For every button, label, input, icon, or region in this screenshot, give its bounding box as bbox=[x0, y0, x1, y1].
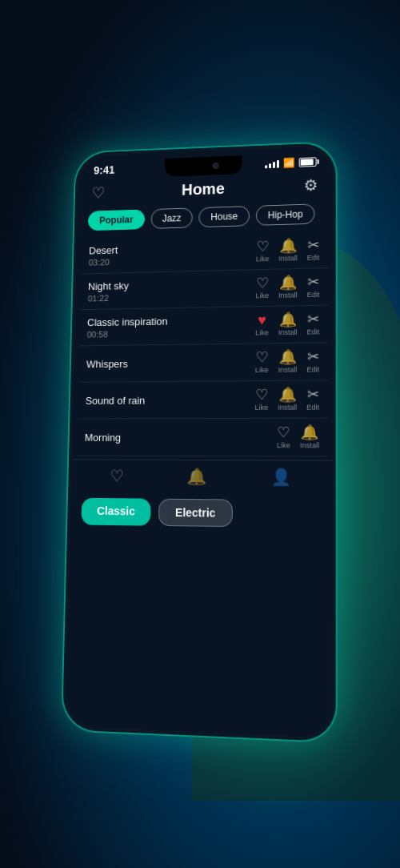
edit-button[interactable]: ✂ Edit bbox=[306, 387, 319, 411]
track-name: Sound of rain bbox=[86, 393, 255, 406]
like-button[interactable]: ♡ Like bbox=[256, 239, 270, 263]
track-duration: 00:58 bbox=[87, 327, 256, 339]
settings-icon[interactable]: ⚙ bbox=[304, 175, 318, 195]
genre-house[interactable]: House bbox=[199, 206, 250, 227]
track-actions: ♡ Like 🔔 Install bbox=[277, 425, 319, 449]
genre-popular[interactable]: Popular bbox=[88, 209, 145, 231]
track-info: Whispers bbox=[86, 356, 255, 370]
status-icons: 📶 bbox=[265, 156, 317, 169]
track-info: Classic inspiration 00:58 bbox=[87, 314, 256, 340]
scissors-icon: ✂ bbox=[307, 387, 319, 401]
scissors-icon: ✂ bbox=[307, 275, 319, 289]
install-button[interactable]: 🔔 Install bbox=[278, 388, 297, 412]
install-button[interactable]: 🔔 Install bbox=[300, 425, 319, 449]
nav-person-icon: 👤 bbox=[271, 467, 292, 487]
track-list: Desert 03:20 ♡ Like 🔔 Install ✂ Edit bbox=[72, 231, 333, 457]
track-name: Classic inspiration bbox=[87, 314, 256, 328]
header-heart-icon[interactable]: ♡ bbox=[91, 183, 105, 202]
like-button[interactable]: ♡ Like bbox=[277, 425, 290, 449]
phone-screen: 9:41 📶 ♡ Home ⚙ Popul bbox=[66, 146, 333, 738]
tab-electric[interactable]: Electric bbox=[158, 499, 233, 527]
track-info: Morning bbox=[85, 431, 277, 443]
install-button[interactable]: 🔔 Install bbox=[278, 312, 298, 336]
track-info: Desert 03:20 bbox=[89, 240, 256, 267]
nav-like[interactable]: ♡ bbox=[110, 466, 124, 485]
phone-frame: 9:41 📶 ♡ Home ⚙ Popul bbox=[61, 141, 338, 744]
like-button[interactable]: ♥ Like bbox=[255, 313, 269, 337]
bell-icon: 🔔 bbox=[278, 388, 296, 402]
bottom-nav: ♡ 🔔 👤 bbox=[71, 459, 333, 493]
track-item: Morning ♡ Like 🔔 Install bbox=[77, 419, 328, 457]
track-info: Night sky 01:22 bbox=[88, 277, 256, 303]
track-info: Sound of rain bbox=[86, 393, 255, 406]
edit-button[interactable]: ✂ Edit bbox=[307, 275, 320, 299]
nav-profile[interactable]: 👤 bbox=[271, 467, 292, 487]
track-actions: ♡ Like 🔔 Install ✂ Edit bbox=[255, 387, 320, 411]
edit-button[interactable]: ✂ Edit bbox=[307, 238, 320, 262]
bell-icon: 🔔 bbox=[278, 350, 296, 364]
battery-icon bbox=[299, 157, 317, 167]
track-actions: ♥ Like 🔔 Install ✂ Edit bbox=[255, 312, 319, 337]
nav-bell-icon: 🔔 bbox=[186, 467, 206, 486]
heart-icon: ♡ bbox=[256, 276, 269, 291]
install-button[interactable]: 🔔 Install bbox=[278, 350, 298, 374]
heart-icon: ♡ bbox=[255, 350, 268, 364]
bottom-genre-tabs: Classic Electric bbox=[70, 492, 333, 535]
track-name: Morning bbox=[85, 431, 277, 443]
scissors-icon: ✂ bbox=[307, 238, 319, 252]
track-actions: ♡ Like 🔔 Install ✂ Edit bbox=[255, 349, 319, 374]
heart-icon: ♡ bbox=[277, 425, 290, 440]
bell-icon: 🔔 bbox=[301, 425, 319, 440]
status-time: 9:41 bbox=[94, 163, 115, 176]
track-item: Night sky 01:22 ♡ Like 🔔 Install ✂ Edit bbox=[80, 268, 328, 310]
heart-icon: ♡ bbox=[256, 239, 269, 254]
track-item: Whispers ♡ Like 🔔 Install ✂ Edit bbox=[78, 343, 328, 382]
bell-icon: 🔔 bbox=[279, 275, 297, 290]
bell-icon: 🔔 bbox=[279, 312, 297, 327]
edit-button[interactable]: ✂ Edit bbox=[307, 312, 320, 336]
track-name: Night sky bbox=[88, 277, 256, 292]
genre-hiphop[interactable]: Hip-Hop bbox=[256, 203, 315, 226]
tab-classic[interactable]: Classic bbox=[81, 498, 150, 526]
like-button[interactable]: ♡ Like bbox=[255, 350, 269, 374]
track-actions: ♡ Like 🔔 Install ✂ Edit bbox=[256, 238, 320, 263]
like-button[interactable]: ♡ Like bbox=[256, 276, 270, 300]
track-name: Whispers bbox=[86, 356, 255, 370]
track-actions: ♡ Like 🔔 Install ✂ Edit bbox=[256, 275, 320, 299]
install-button[interactable]: 🔔 Install bbox=[278, 275, 298, 299]
page-title: Home bbox=[182, 179, 225, 199]
nav-install[interactable]: 🔔 bbox=[186, 467, 206, 486]
wifi-icon: 📶 bbox=[283, 157, 295, 168]
scissors-icon: ✂ bbox=[307, 312, 319, 327]
install-button[interactable]: 🔔 Install bbox=[278, 239, 298, 263]
like-button[interactable]: ♡ Like bbox=[255, 388, 269, 412]
bell-icon: 🔔 bbox=[279, 239, 297, 253]
track-duration: 01:22 bbox=[88, 290, 256, 303]
genre-jazz[interactable]: Jazz bbox=[150, 207, 193, 228]
track-item: Desert 03:20 ♡ Like 🔔 Install ✂ Edit bbox=[81, 231, 328, 274]
heart-icon: ♡ bbox=[255, 388, 268, 402]
edit-button[interactable]: ✂ Edit bbox=[306, 349, 319, 373]
scissors-icon: ✂ bbox=[307, 349, 319, 364]
track-item: Sound of rain ♡ Like 🔔 Install ✂ Edit bbox=[78, 380, 328, 419]
heart-filled-icon: ♥ bbox=[258, 313, 266, 328]
track-item: Classic inspiration 00:58 ♥ Like 🔔 Insta… bbox=[79, 306, 328, 347]
signal-icon bbox=[265, 159, 279, 168]
nav-heart-icon: ♡ bbox=[110, 466, 124, 485]
